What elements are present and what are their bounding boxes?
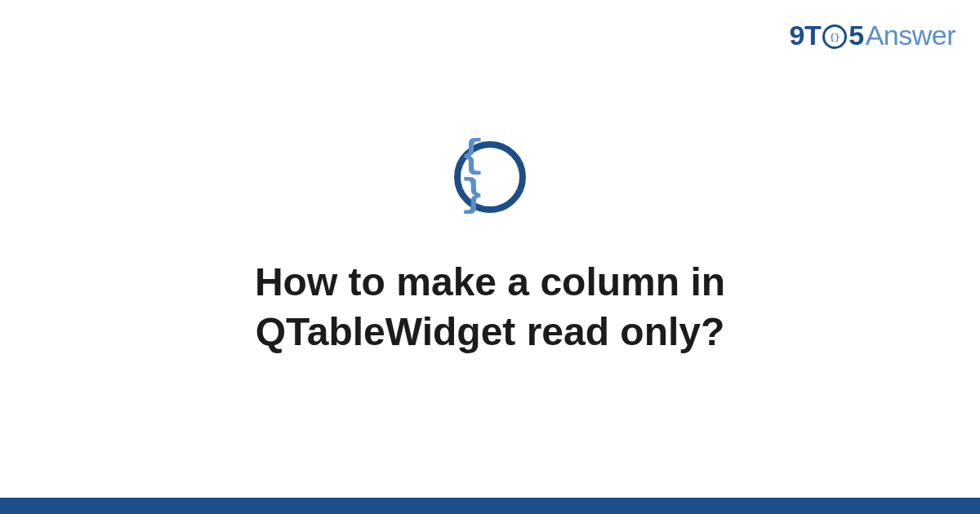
article-title: How to make a column in QTableWidget rea… (122, 257, 858, 357)
code-braces-icon: { } (461, 136, 519, 215)
category-badge: { } (454, 141, 526, 213)
footer-accent-bar (0, 498, 980, 514)
content-area: { } How to make a column in QTableWidget… (0, 0, 980, 498)
